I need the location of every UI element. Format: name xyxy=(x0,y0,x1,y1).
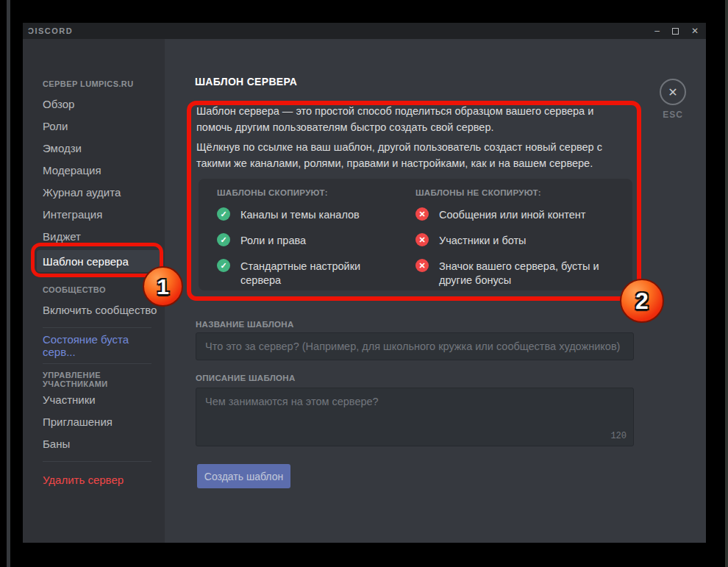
will-copy-item-label: Роли и права xyxy=(240,233,306,248)
template-intro-paragraph-2: Щёлкнув по ссылке на ваш шаблон, другой … xyxy=(196,139,633,172)
sidebar-section-server: СЕРВЕР LUMPICS.RU xyxy=(43,75,157,93)
will-copy-item-label: Стандартные настройки сервера xyxy=(240,259,397,288)
wont-copy-column: ШАБЛОНЫ НЕ СКОПИРУЮТ: ✕ Сообщения или ин… xyxy=(415,188,614,281)
sidebar-divider xyxy=(43,363,151,364)
sidebar-item-members[interactable]: Участники xyxy=(43,388,157,410)
sidebar-item-bans[interactable]: Баны xyxy=(43,432,157,454)
esc-label: ESC xyxy=(658,110,688,120)
sidebar-item-roles[interactable]: Роли xyxy=(43,115,157,137)
cross-icon: ✕ xyxy=(415,259,429,272)
sidebar-item-invites[interactable]: Приглашения xyxy=(43,410,157,432)
window-controls: – ✕ xyxy=(654,26,699,35)
template-name-input[interactable] xyxy=(196,332,634,360)
sidebar-item-widget[interactable]: Виджет xyxy=(43,225,157,247)
minimize-icon[interactable]: – xyxy=(654,26,660,35)
page-title: ШАБЛОН СЕРВЕРА xyxy=(195,76,297,88)
settings-sidebar: СЕРВЕР LUMPICS.RU Обзор Роли Эмодзи Моде… xyxy=(23,39,165,543)
sidebar-item-audit-log[interactable]: Журнал аудита xyxy=(43,181,157,203)
list-item: ✕ Значок вашего сервера, бусты и другие … xyxy=(415,259,614,288)
screen-edge-left xyxy=(7,0,10,567)
template-copy-info-panel: ШАБЛОНЫ СКОПИРУЮТ: ✓ Каналы и темы канал… xyxy=(199,179,632,290)
template-name-label: НАЗВАНИЕ ШАБЛОНА xyxy=(196,320,294,329)
maximize-icon[interactable] xyxy=(672,28,679,35)
wont-copy-item-label: Участники и боты xyxy=(439,233,527,248)
sidebar-item-delete-server[interactable]: Удалить сервер xyxy=(43,468,157,491)
template-description-label: ОПИСАНИЕ ШАБЛОНА xyxy=(196,374,296,382)
create-template-button[interactable]: Создать шаблон xyxy=(197,464,290,488)
wont-copy-title: ШАБЛОНЫ НЕ СКОПИРУЮТ: xyxy=(415,188,614,197)
discord-window: ƆISCORD – ✕ СЕРВЕР LUMPICS.RU Обзор Роли… xyxy=(23,23,706,543)
will-copy-item-label: Каналы и темы каналов xyxy=(240,207,360,222)
titlebar: ƆISCORD – ✕ xyxy=(23,23,706,39)
check-icon: ✓ xyxy=(217,233,230,246)
wont-copy-item-label: Сообщения или иной контент xyxy=(439,207,585,222)
check-icon: ✓ xyxy=(217,207,230,221)
sidebar-item-boost-status[interactable]: Состояние буста серв... xyxy=(43,335,157,357)
sidebar-section-member-management: УПРАВЛЕНИЕ УЧАСТНИКАМИ xyxy=(43,371,157,388)
will-copy-title: ШАБЛОНЫ СКОПИРУЮТ: xyxy=(217,188,397,197)
sidebar-item-server-template[interactable]: Шаблон сервера xyxy=(37,250,163,272)
check-icon: ✓ xyxy=(217,259,230,272)
sidebar-section-community: СООБЩЕСТВО xyxy=(43,281,157,299)
sidebar-divider xyxy=(43,461,151,462)
template-intro-paragraph-1: Шаблон сервера — это простой способ поде… xyxy=(196,103,621,136)
screen-edge-right xyxy=(725,0,728,567)
list-item: ✕ Участники и боты xyxy=(415,233,614,259)
cross-icon: ✕ xyxy=(415,207,429,221)
app-body: СЕРВЕР LUMPICS.RU Обзор Роли Эмодзи Моде… xyxy=(23,39,706,543)
screenshot-stage: ƆISCORD – ✕ СЕРВЕР LUMPICS.RU Обзор Роли… xyxy=(0,0,728,567)
list-item: ✓ Каналы и темы каналов xyxy=(217,207,397,233)
wont-copy-item-label: Значок вашего сервера, бусты и другие бо… xyxy=(439,259,614,288)
sidebar-item-overview[interactable]: Обзор xyxy=(43,93,157,115)
cross-icon: ✕ xyxy=(415,233,429,246)
list-item: ✕ Сообщения или иной контент xyxy=(415,207,614,233)
close-settings-control[interactable]: ✕ ESC xyxy=(658,79,688,120)
close-circle-icon[interactable]: ✕ xyxy=(660,79,686,105)
sidebar-item-enable-community[interactable]: Включить сообщество xyxy=(43,299,157,321)
sidebar-item-moderation[interactable]: Модерация xyxy=(43,159,157,181)
template-description-input[interactable] xyxy=(196,388,634,446)
close-icon[interactable]: ✕ xyxy=(691,26,699,35)
server-template-page: ШАБЛОН СЕРВЕРА Шаблон сервера — это прос… xyxy=(165,39,706,543)
sidebar-divider xyxy=(43,327,151,328)
list-item: ✓ Стандартные настройки сервера xyxy=(217,259,397,288)
will-copy-column: ШАБЛОНЫ СКОПИРУЮТ: ✓ Каналы и темы канал… xyxy=(217,188,397,281)
list-item: ✓ Роли и права xyxy=(217,233,397,259)
sidebar-item-integration[interactable]: Интеграция xyxy=(43,203,157,225)
sidebar-item-emoji[interactable]: Эмодзи xyxy=(43,137,157,159)
discord-logo: ƆISCORD xyxy=(28,26,73,35)
